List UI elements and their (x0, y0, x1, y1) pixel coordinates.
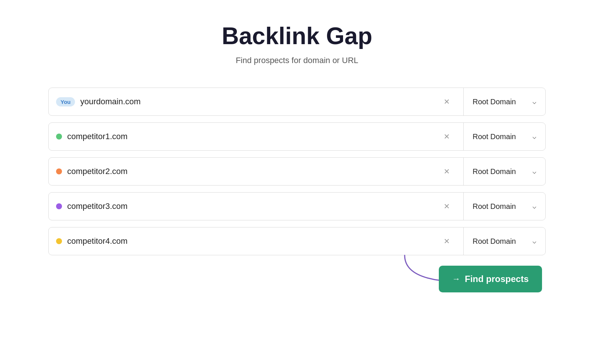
competitor2-dropdown-label: Root Domain (473, 167, 516, 176)
arrow-right-icon: → (452, 274, 460, 284)
competitor4-chevron-down-icon: ⌵ (532, 237, 536, 245)
competitor4-clear-button[interactable]: ✕ (438, 237, 456, 246)
you-domain-input[interactable] (80, 97, 433, 106)
competitor2-dot-icon (56, 168, 62, 174)
competitor3-domain-input[interactable] (67, 201, 433, 211)
competitor2-domain-input[interactable] (67, 167, 433, 176)
competitor3-clear-button[interactable]: ✕ (438, 202, 456, 211)
competitor2-input-main: ✕ (49, 158, 464, 185)
bottom-row: → Find prospects (48, 266, 546, 292)
competitor4-row: ✕ Root Domain ⌵ (48, 227, 546, 255)
competitor4-domain-input[interactable] (67, 236, 433, 246)
you-dropdown[interactable]: Root Domain ⌵ (464, 88, 545, 115)
competitor4-input-main: ✕ (49, 227, 464, 255)
competitor1-dropdown-label: Root Domain (473, 132, 516, 141)
competitor3-dot-icon (56, 203, 62, 209)
competitor3-dropdown[interactable]: Root Domain ⌵ (464, 193, 545, 220)
competitor1-dot-icon (56, 134, 62, 140)
competitor2-row: ✕ Root Domain ⌵ (48, 157, 546, 186)
competitor1-clear-button[interactable]: ✕ (438, 132, 456, 141)
you-dropdown-label: Root Domain (473, 98, 516, 106)
find-prospects-button[interactable]: → Find prospects (439, 266, 542, 292)
you-chevron-down-icon: ⌵ (532, 98, 536, 106)
competitor4-dot-icon (56, 238, 62, 244)
you-clear-button[interactable]: ✕ (438, 97, 456, 106)
form-area: You ✕ Root Domain ⌵ ✕ Root Domain ⌵ (48, 88, 546, 292)
you-input-main: You ✕ (49, 88, 464, 115)
competitor1-dropdown[interactable]: Root Domain ⌵ (464, 123, 545, 150)
competitor2-chevron-down-icon: ⌵ (532, 167, 536, 176)
competitor3-dropdown-label: Root Domain (473, 202, 516, 211)
competitor3-input-main: ✕ (49, 193, 464, 220)
competitor1-row: ✕ Root Domain ⌵ (48, 122, 546, 151)
page-container: Backlink Gap Find prospects for domain o… (37, 22, 557, 292)
competitor4-dropdown[interactable]: Root Domain ⌵ (464, 227, 545, 255)
page-title: Backlink Gap (222, 22, 372, 50)
competitor1-input-main: ✕ (49, 123, 464, 150)
competitor2-dropdown[interactable]: Root Domain ⌵ (464, 158, 545, 185)
competitor2-clear-button[interactable]: ✕ (438, 167, 456, 176)
competitor4-dropdown-label: Root Domain (473, 237, 516, 246)
page-subtitle: Find prospects for domain or URL (236, 56, 358, 65)
competitor1-chevron-down-icon: ⌵ (532, 132, 536, 141)
competitor3-chevron-down-icon: ⌵ (532, 202, 536, 210)
competitor1-domain-input[interactable] (67, 132, 433, 141)
find-prospects-label: Find prospects (465, 274, 529, 284)
you-row: You ✕ Root Domain ⌵ (48, 88, 546, 116)
you-badge: You (56, 97, 75, 106)
competitor3-row: ✕ Root Domain ⌵ (48, 192, 546, 220)
